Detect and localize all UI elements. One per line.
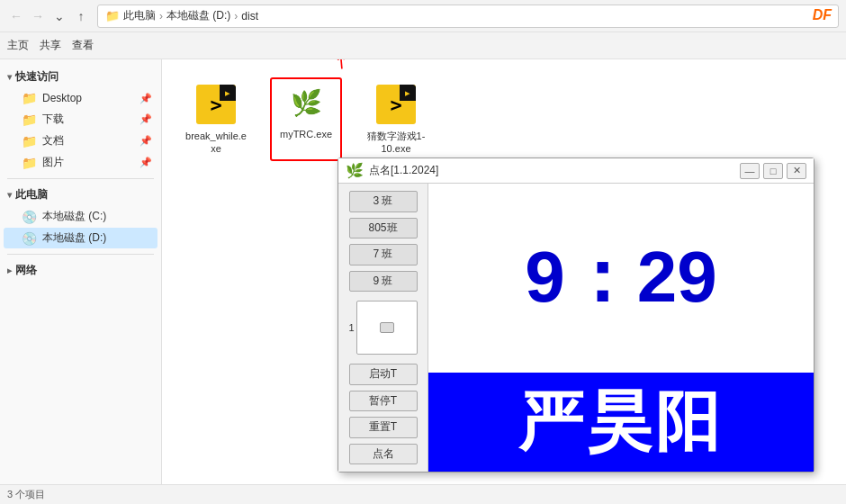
pin-icon-4: 📌 [140,157,152,168]
mytrc-leaf-icon: 🌿 [286,83,326,122]
sidebar-item-documents[interactable]: 📁 文档 📌 [4,130,158,151]
quickaccess-label: 快速访问 [15,69,58,85]
cdrive-label: 本地磁盘 (C:) [42,209,106,224]
minimize-button[interactable]: — [740,163,760,179]
toolbar-view[interactable]: 查看 [72,38,94,53]
close-button[interactable]: ✕ [787,163,806,179]
break-while-icon [196,85,236,124]
sidebar-section-network: ▸ 网络 [0,260,161,281]
app-sidebar: 3 班 805班 7 班 9 班 1 启动T 暂停T 重置T 点名 [338,184,428,472]
desktop-label: Desktop [42,92,82,104]
sidebar-item-desktop[interactable]: 📁 Desktop 📌 [4,88,158,108]
break-while-label: break_while.exe [185,130,247,156]
network-label: 网络 [15,263,37,278]
sidebar: ▾ 快速访问 📁 Desktop 📌 📁 下载 📌 📁 文档 📌 [0,59,162,484]
pin-icon-3: 📌 [140,135,152,147]
nav-buttons: ← → ⌄ ↑ [7,7,90,25]
toolbar: 主页 共享 查看 [0,32,846,59]
pin-icon: 📌 [140,93,152,104]
pin-icon-2: 📌 [140,113,152,125]
pause-btn[interactable]: 暂停T [349,391,418,412]
file-guess-game[interactable]: 猜数字游戏1-10.exe [360,77,432,161]
file-break-while[interactable]: break_while.exe [180,77,252,161]
breadcrumb-thispc[interactable]: 此电脑 [123,8,156,23]
breadcrumb-drive[interactable]: 本地磁盘 (D:) [166,8,230,23]
breadcrumb: 此电脑 › 本地磁盘 (D:) › dist [123,8,258,23]
slider-label: 1 [349,322,355,333]
breadcrumb-folder[interactable]: dist [241,10,258,22]
sidebar-item-downloads[interactable]: 📁 下载 📌 [4,109,158,130]
ddrive-icon: 💿 [22,231,37,246]
start-btn[interactable]: 启动T [349,364,418,385]
ddrive-label: 本地磁盘 (D:) [42,230,106,246]
sidebar-section-thispc: ▾ 此电脑 💿 本地磁盘 (C:) 💿 本地磁盘 (D:) [0,184,161,248]
app-title-text: 点名[1.1.2024] [369,163,740,178]
thispc-label: 此电脑 [15,187,48,202]
cdrive-icon: 💿 [22,210,37,224]
guess-game-label: 猜数字游戏1-10.exe [365,130,427,156]
pictures-label: 图片 [42,155,64,170]
app-display: 9：29 严昊阳 [428,184,814,472]
class-btn-9[interactable]: 9 班 [349,271,418,292]
file-mytrc[interactable]: 🌿 myTRC.exe ↙ [270,77,342,161]
arrow-icon-2: ▾ [7,190,12,200]
app-title-icon: 🌿 [346,162,364,179]
student-name: 严昊阳 [518,379,724,465]
sidebar-header-thispc[interactable]: ▾ 此电脑 [0,184,161,205]
app-controls: — □ ✕ [740,163,806,179]
separator-1 [7,178,154,179]
app-title-bar: 🌿 点名[1.1.2024] — □ ✕ [338,158,814,184]
address-bar[interactable]: 📁 此电脑 › 本地磁盘 (D:) › dist [97,4,839,28]
status-bar: 3 个项目 [0,484,846,504]
items-count: 3 个项目 [7,488,45,501]
up-button[interactable]: ↑ [72,7,90,25]
app-body: 3 班 805班 7 班 9 班 1 启动T 暂停T 重置T 点名 9：29 严… [338,184,814,472]
back-button[interactable]: ← [7,7,25,25]
mytrc-icon-wrap: 🌿 [284,81,328,124]
slider-thumb[interactable] [380,322,394,333]
mytrc-label: myTRC.exe [280,128,332,140]
name-display: 严昊阳 [428,373,814,472]
class-btn-805[interactable]: 805班 [349,218,418,239]
sidebar-item-ddrive[interactable]: 💿 本地磁盘 (D:) [4,228,158,248]
guess-game-icon [376,85,416,124]
red-arrow: ↙ [328,59,355,76]
slider-area: 1 [349,301,418,355]
sidebar-item-pictures[interactable]: 📁 图片 📌 [4,152,158,173]
slider-track[interactable] [356,301,418,355]
rollcall-btn[interactable]: 点名 [349,444,418,465]
toolbar-home[interactable]: 主页 [7,38,29,53]
toolbar-share[interactable]: 共享 [40,38,61,53]
title-bar: ← → ⌄ ↑ 📁 此电脑 › 本地磁盘 (D:) › dist DF [0,0,846,32]
break-while-icon-wrap [194,83,238,126]
forward-button[interactable]: → [29,7,47,25]
sidebar-item-cdrive[interactable]: 💿 本地磁盘 (C:) [4,206,158,227]
clock-time: 9：29 [525,230,716,327]
reset-btn[interactable]: 重置T [349,417,418,438]
sidebar-header-quickaccess[interactable]: ▾ 快速访问 [0,67,161,87]
separator-2 [7,254,154,255]
guess-game-icon-wrap [374,83,418,126]
cmd-icon-small-1 [220,85,236,101]
pictures-icon: 📁 [22,156,37,170]
sidebar-section-quickaccess: ▾ 快速访问 📁 Desktop 📌 📁 下载 📌 📁 文档 📌 [0,67,161,173]
class-btn-7[interactable]: 7 班 [349,244,418,266]
downloads-label: 下载 [42,112,64,127]
sidebar-header-network[interactable]: ▸ 网络 [0,260,161,281]
clock-display: 9：29 [428,184,814,373]
cmd-icon-small-2 [400,85,416,101]
df-label: DF [813,7,832,23]
documents-label: 文档 [42,133,64,148]
folder-icon: 📁 [105,9,120,22]
documents-icon: 📁 [22,134,37,148]
maximize-button[interactable]: □ [763,163,783,179]
class-btn-3[interactable]: 3 班 [349,191,418,212]
recent-button[interactable]: ⌄ [50,7,68,25]
downloads-icon: 📁 [22,112,37,127]
desktop-icon: 📁 [22,91,37,105]
app-window: 🌿 点名[1.1.2024] — □ ✕ 3 班 805班 7 班 9 班 1 … [338,158,814,472]
arrow-icon: ▾ [7,72,12,82]
arrow-icon-3: ▸ [7,266,12,275]
